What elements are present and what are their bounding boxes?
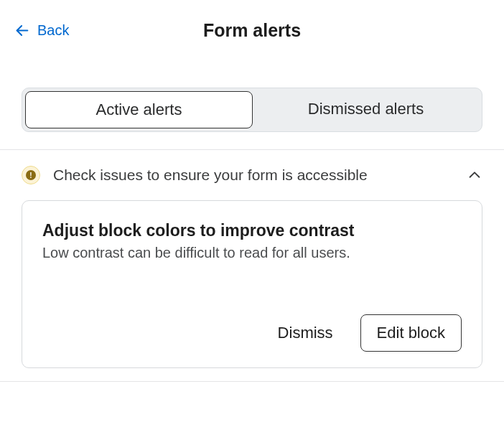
alert-list: Adjust block colors to improve contrast … (0, 200, 504, 368)
alert-card: Adjust block colors to improve contrast … (22, 200, 482, 368)
back-button[interactable]: Back (14, 22, 69, 39)
header: Back Form alerts (0, 0, 504, 60)
tabs: Active alerts Dismissed alerts (22, 88, 482, 132)
section-header[interactable]: ! Check issues to ensure your form is ac… (0, 150, 504, 200)
alert-card-description: Low contrast can be difficult to read fo… (42, 245, 462, 261)
section-title: Check issues to ensure your form is acce… (53, 167, 454, 184)
chevron-up-icon[interactable] (467, 167, 482, 183)
tab-label: Active alerts (96, 100, 182, 118)
back-label: Back (37, 22, 69, 39)
arrow-left-icon (14, 22, 30, 38)
alert-icon: ! (22, 166, 40, 184)
tab-label: Dismissed alerts (308, 100, 424, 118)
tab-dismissed-alerts[interactable]: Dismissed alerts (253, 91, 479, 128)
alert-card-title: Adjust block colors to improve contrast (42, 221, 462, 240)
divider (0, 381, 504, 382)
tab-active-alerts[interactable]: Active alerts (25, 91, 253, 128)
edit-block-button[interactable]: Edit block (360, 314, 462, 352)
alert-actions: Dismiss Edit block (42, 314, 462, 352)
tabs-container: Active alerts Dismissed alerts (0, 60, 504, 149)
page-title: Form alerts (203, 20, 301, 41)
dismiss-button[interactable]: Dismiss (278, 324, 333, 342)
